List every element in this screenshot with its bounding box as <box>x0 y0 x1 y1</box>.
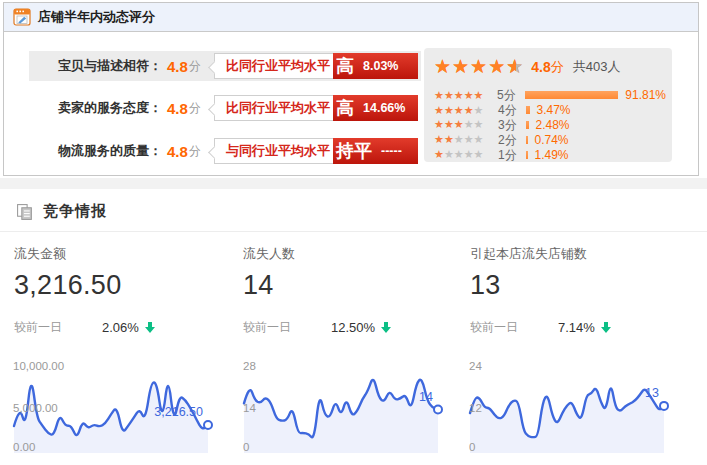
rating-distribution: ★★★★★ 5分 91.81% ★★★★★ 4分 3.47% ★★★★★ 3分 … <box>434 88 666 162</box>
dist-label: 3分 <box>498 119 526 131</box>
stars-3-icon: ★★★★★ <box>434 119 498 130</box>
chart-end-value: 3,216.50 <box>154 405 203 419</box>
star-icon: ★ <box>488 57 505 76</box>
dist-label: 5分 <box>497 89 525 101</box>
compare-period-label: 较前一日 <box>470 319 558 336</box>
rating-panel-header: 店铺半年内动态评分 <box>4 3 698 32</box>
rating-label: 宝贝与描述相符： <box>29 57 162 75</box>
rating-row-description: 宝贝与描述相符： 4.8 分 比同行业平均水平 高 8.03% <box>29 51 421 81</box>
rating-label: 物流服务的质量： <box>29 142 162 160</box>
stars-1-icon: ★★★★★ <box>434 149 498 160</box>
star-icon: ★ <box>434 57 451 76</box>
section-divider-band <box>0 178 707 189</box>
rating-label: 卖家的服务态度： <box>29 99 162 117</box>
copy-pages-icon <box>16 203 34 221</box>
compare-text: 比同行业平均水平 <box>214 53 333 79</box>
arrow-down-icon <box>144 321 156 334</box>
dist-label: 4分 <box>498 104 526 116</box>
svg-text:10,000.00: 10,000.00 <box>13 360 64 372</box>
compare-result: 高 14.66% <box>333 95 418 121</box>
dist-bar <box>526 151 528 159</box>
stars-4-icon: ★★★★★ <box>434 105 498 116</box>
compare-period-label: 较前一日 <box>243 319 331 336</box>
industry-compare-tag: 与同行业平均水平 持平 ----- <box>214 138 418 164</box>
metric-label: 引起本店流失店铺数 <box>470 245 680 263</box>
compare-text: 与同行业平均水平 <box>214 138 333 164</box>
rating-score: 4.8 <box>167 100 188 117</box>
metric-value: 3,216.50 <box>14 270 224 301</box>
dist-row-4: ★★★★★ 4分 3.47% <box>434 103 666 118</box>
svg-text:0: 0 <box>469 441 475 453</box>
overall-score-unit: 分 <box>551 60 564 73</box>
rating-row-logistics: 物流服务的质量： 4.8 分 与同行业平均水平 持平 ----- <box>29 136 421 166</box>
metric-label: 流失金额 <box>14 245 224 263</box>
dist-percent: 2.48% <box>536 119 570 131</box>
lost-shops-trend-chart[interactable]: 24 12 0 13 <box>466 354 671 460</box>
star-icon: ★ <box>452 57 469 76</box>
metric-compare-row: 较前一日 2.06% <box>14 319 224 336</box>
svg-text:5,000.00: 5,000.00 <box>13 402 58 414</box>
shop-icon <box>13 8 31 26</box>
lost-amount-trend-chart[interactable]: 10,000.00 5,000.00 0.00 3,216.50 <box>10 354 215 460</box>
stars-2-icon: ★★★★★ <box>434 134 498 145</box>
dist-label: 1分 <box>498 149 526 161</box>
svg-text:14: 14 <box>243 402 256 414</box>
rating-row-service: 卖家的服务态度： 4.8 分 比同行业平均水平 高 14.66% <box>29 93 421 123</box>
industry-compare-tag: 比同行业平均水平 高 8.03% <box>214 53 418 79</box>
metric-lost-visitors: 流失人数 14 较前一日 12.50% <box>243 245 453 336</box>
change-percent: 12.50% <box>331 320 375 335</box>
dist-row-1: ★★★★★ 1分 1.49% <box>434 147 666 162</box>
rating-summary-box: ★★★★★★ 4.8 分 共403人 ★★★★★ 5分 91.81% ★★★★★… <box>424 48 672 162</box>
svg-text:12: 12 <box>469 402 482 414</box>
metric-value: 13 <box>470 270 680 301</box>
rating-count: 共403人 <box>573 60 621 73</box>
svg-text:28: 28 <box>243 360 256 372</box>
dist-percent: 3.47% <box>537 104 571 116</box>
compare-delta: 8.03% <box>363 59 398 73</box>
dist-percent: 1.49% <box>535 149 569 161</box>
rating-score: 4.8 <box>167 58 188 75</box>
metric-value: 14 <box>243 270 453 301</box>
dist-row-2: ★★★★★ 2分 0.74% <box>434 132 666 147</box>
rating-score: 4.8 <box>167 143 188 160</box>
overall-stars: ★★★★★★ 4.8 分 共403人 <box>434 57 620 76</box>
dist-row-3: ★★★★★ 3分 2.48% <box>434 118 666 133</box>
dist-bar <box>526 121 529 129</box>
rating-score-unit: 分 <box>189 58 201 75</box>
metric-label: 流失人数 <box>243 245 453 263</box>
compare-text: 比同行业平均水平 <box>214 95 333 121</box>
dist-percent: 0.74% <box>535 134 569 146</box>
dist-bar <box>526 106 530 114</box>
star-half-icon: ★★ <box>506 57 523 76</box>
dist-bar <box>525 91 619 99</box>
chart-end-value: 13 <box>645 386 659 400</box>
compare-delta: ----- <box>381 144 402 158</box>
dist-bar <box>526 136 528 144</box>
industry-compare-tag: 比同行业平均水平 高 14.66% <box>214 95 418 121</box>
compare-verdict: 持平 <box>336 142 372 160</box>
stars-5-icon: ★★★★★ <box>434 90 497 101</box>
compare-delta: 14.66% <box>363 101 405 115</box>
dist-row-5: ★★★★★ 5分 91.81% <box>434 88 666 103</box>
rating-score-unit: 分 <box>189 143 201 160</box>
svg-text:0: 0 <box>243 441 249 453</box>
compare-result: 持平 ----- <box>333 138 418 164</box>
compare-result: 高 8.03% <box>333 53 418 79</box>
overall-score: 4.8 <box>531 60 550 74</box>
lost-visitors-trend-chart[interactable]: 28 14 0 14 <box>240 354 445 460</box>
competition-panel: 竞争情报 流失金额 3,216.50 较前一日 2.06% 流失人数 14 较前… <box>0 189 707 465</box>
metric-lost-shops: 引起本店流失店铺数 13 较前一日 7.14% <box>470 245 680 336</box>
change-percent: 7.14% <box>558 320 595 335</box>
compare-period-label: 较前一日 <box>14 319 102 336</box>
rating-score-unit: 分 <box>189 100 201 117</box>
arrow-down-icon <box>380 321 392 334</box>
svg-text:24: 24 <box>469 360 482 372</box>
metric-lost-amount: 流失金额 3,216.50 较前一日 2.06% <box>14 245 224 336</box>
metric-compare-row: 较前一日 12.50% <box>243 319 453 336</box>
change-percent: 2.06% <box>102 320 139 335</box>
seller-dashboard: 店铺半年内动态评分 宝贝与描述相符： 4.8 分 比同行业平均水平 高 8.03… <box>0 0 707 465</box>
svg-text:0.00: 0.00 <box>13 441 35 453</box>
dist-label: 2分 <box>498 134 526 146</box>
header-divider <box>0 231 707 232</box>
competition-header: 竞争情报 <box>16 202 107 221</box>
